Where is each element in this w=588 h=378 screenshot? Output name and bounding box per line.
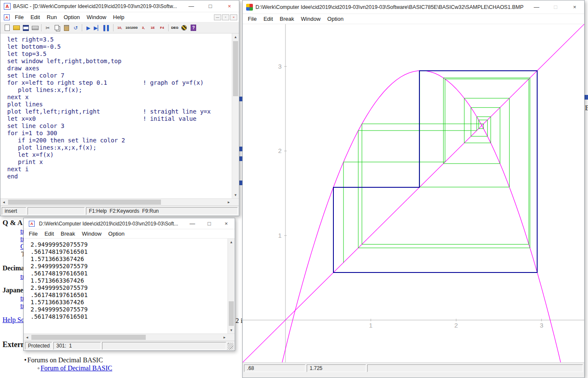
close-button[interactable]: × — [218, 218, 235, 229]
graphics-titlebar[interactable]: D:\Werk\Computer Idee\cid2019\cid2019-03… — [243, 0, 584, 14]
background-link[interactable]: Help Sc — [3, 316, 24, 324]
scroll-down-icon[interactable]: ▼ — [232, 192, 239, 198]
code-line: draw axes — [7, 65, 232, 72]
save-file-icon — [23, 25, 29, 31]
background-fragment-text[interactable]: Forum of Decimal BASIC — [41, 364, 112, 372]
save-file-icon[interactable] — [21, 24, 30, 32]
decimal-mode-icon[interactable]: 10, — [115, 24, 124, 32]
vscroll-thumb[interactable] — [233, 41, 238, 96]
code-editor[interactable]: let right=3.5let bottom=-0.5let top=3.5s… — [0, 33, 232, 198]
background-fragment-text[interactable]: Help Sc — [3, 316, 24, 323]
code-line: set window left,right,bottom,top — [7, 58, 232, 65]
scroll-up-icon[interactable]: ▲ — [228, 239, 235, 245]
code-line: if i=200 then set line color 2 — [7, 137, 232, 144]
code-line: print x — [7, 158, 232, 166]
maximize-button[interactable]: □ — [201, 0, 220, 12]
background-link[interactable]: ◦ Forum of Decimal BASIC — [37, 364, 112, 372]
output-line: 2.94999952075579 — [31, 306, 227, 313]
scroll-down-icon[interactable]: ▼ — [228, 327, 235, 334]
hscroll-thumb[interactable] — [8, 200, 161, 205]
basic-app-icon: A — [4, 3, 11, 10]
editor-vscrollbar[interactable]: ▲ ▼ — [232, 33, 239, 198]
new-file-icon[interactable] — [3, 24, 11, 32]
menu-file[interactable]: File — [11, 13, 27, 21]
print-icon[interactable] — [31, 24, 39, 32]
run-icon[interactable]: ▶ — [84, 24, 93, 32]
code-line: for i=1 to 300 — [7, 130, 232, 137]
plot-area[interactable]: 123123 — [243, 24, 584, 362]
help-book-icon[interactable]: ? — [189, 24, 198, 32]
thousand-mode-icon[interactable]: 10/1000 — [125, 24, 139, 32]
menu-break[interactable]: Break — [276, 15, 297, 23]
output-line: 2.94999952075579 — [31, 284, 227, 292]
ide-titlebar[interactable]: A BASIC - [D:\Werk\Computer Idee\cid2019… — [0, 0, 239, 12]
mdi-close-button[interactable]: × — [230, 14, 237, 20]
open-file-icon[interactable] — [12, 24, 21, 32]
debug-bee-icon[interactable] — [180, 24, 189, 32]
vscroll-track[interactable] — [232, 40, 239, 192]
menu-option[interactable]: Option — [105, 230, 128, 238]
menu-file[interactable]: File — [244, 15, 260, 23]
menu-edit[interactable]: Edit — [41, 230, 57, 238]
pause-icon[interactable]: ▌▌ — [103, 24, 111, 32]
degree-mode-icon[interactable]: DEG — [170, 24, 179, 32]
rational-mode-icon[interactable]: 3, — [139, 24, 148, 32]
close-button[interactable]: × — [220, 0, 239, 12]
menu-option[interactable]: Option — [324, 15, 347, 23]
maximize-button[interactable]: □ — [201, 218, 218, 229]
close-button[interactable]: × — [565, 0, 584, 14]
vscroll-track[interactable] — [228, 245, 235, 327]
menu-break[interactable]: Break — [57, 230, 78, 238]
background-fragment-text: B — [585, 104, 588, 111]
menu-help[interactable]: Help — [110, 13, 128, 21]
vscroll-thumb[interactable] — [229, 301, 234, 326]
mdi-restore-button[interactable]: ▫ — [222, 14, 229, 20]
menu-option[interactable]: Option — [60, 13, 83, 21]
exponent-mode-icon[interactable]: 1E — [148, 24, 157, 32]
scroll-left-icon[interactable]: ◄ — [24, 334, 31, 341]
x-tick-label: 2 — [455, 322, 458, 329]
window-title: D:\Werk\Computer Idee\cid2019\cid2019-03… — [39, 221, 184, 227]
debug-bee-icon — [181, 25, 187, 31]
copy-icon[interactable] — [53, 24, 61, 32]
minimize-button[interactable]: — — [184, 218, 201, 229]
output-hscrollbar[interactable]: ◄ ► — [24, 334, 235, 341]
window-bottom-edge — [243, 373, 584, 378]
scroll-right-icon[interactable]: ► — [221, 334, 228, 341]
output-titlebar[interactable]: A D:\Werk\Computer Idee\cid2019\cid2019-… — [24, 218, 235, 229]
status-blank-cell — [28, 207, 85, 215]
undo-icon[interactable]: ↺ — [71, 24, 80, 32]
basic-app-icon: A — [4, 14, 10, 20]
hscroll-thumb[interactable] — [31, 335, 146, 340]
menu-window[interactable]: Window — [83, 13, 110, 21]
menu-run[interactable]: Run — [43, 13, 60, 21]
output-text[interactable]: 2.94999952075579.5617481976165011.571366… — [24, 239, 227, 334]
code-line: set line color 7 — [7, 72, 232, 79]
minimize-button[interactable]: — — [527, 0, 546, 14]
minimize-button[interactable]: — — [182, 0, 201, 12]
menu-edit[interactable]: Edit — [260, 15, 276, 23]
scroll-up-icon[interactable]: ▲ — [232, 33, 239, 40]
resize-grip[interactable] — [227, 343, 233, 350]
basic-app-icon: A — [29, 221, 35, 227]
editor-hscrollbar[interactable]: ◄ ► — [0, 198, 239, 206]
output-vscrollbar[interactable]: ▲ ▼ — [227, 239, 235, 334]
step-icon[interactable]: ▶▏ — [93, 24, 102, 32]
figure-mode-icon[interactable]: F4 — [158, 24, 166, 32]
code-line: let x=f(x) — [7, 151, 232, 158]
menu-window[interactable]: Window — [297, 15, 324, 23]
toolbar-separator — [41, 24, 42, 31]
mdi-minimize-button[interactable]: — — [214, 14, 221, 20]
desktop: Q & AtrtrCTDecimatrJapanestrtrHelp Sc2 i… — [0, 0, 588, 378]
menu-window[interactable]: Window — [78, 230, 105, 238]
hscroll-track[interactable] — [31, 334, 221, 341]
paste-icon[interactable] — [62, 24, 71, 32]
cut-icon[interactable]: ✂ — [43, 24, 52, 32]
background-text: Japanes — [3, 286, 26, 294]
hscroll-track[interactable] — [7, 199, 225, 206]
menu-edit[interactable]: Edit — [27, 13, 43, 21]
scroll-left-icon[interactable]: ◄ — [0, 199, 7, 206]
menu-file[interactable]: File — [25, 230, 41, 238]
code-line: let right=3.5 — [7, 36, 232, 43]
scroll-right-icon[interactable]: ► — [225, 199, 232, 206]
